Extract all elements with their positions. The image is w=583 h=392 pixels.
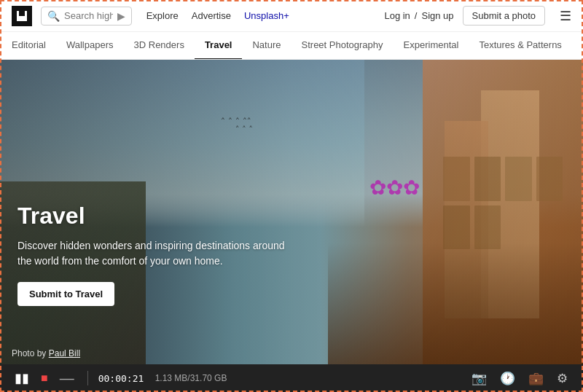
- cat-editorial[interactable]: Editorial: [12, 32, 56, 60]
- cat-3d-renders[interactable]: 3D Renders: [124, 32, 195, 60]
- target-icon: ▶: [117, 10, 125, 22]
- size-display: 1.13 MB/31.70 GB: [155, 373, 228, 383]
- bottom-toolbar: ▮▮ ■ — 00:00:21 1.13 MB/31.70 GB 📷 🕐 💼 ⚙: [0, 364, 583, 392]
- logo-mark: [17, 11, 27, 21]
- settings-icon[interactable]: ⚙: [553, 369, 571, 388]
- camera-icon[interactable]: 📷: [468, 369, 490, 388]
- cat-experimental[interactable]: Experimental: [394, 32, 469, 60]
- hero-description: Discover hidden wonders and inspiring de…: [17, 238, 294, 269]
- timer-display: 00:00:21: [98, 373, 149, 384]
- submit-photo-button[interactable]: Submit a photo: [463, 6, 545, 26]
- minus-button[interactable]: —: [57, 369, 77, 388]
- photo-credit-prefix: Photo by: [12, 348, 46, 358]
- clock-icon[interactable]: 🕐: [496, 369, 519, 388]
- pause-button[interactable]: ▮▮: [12, 369, 32, 388]
- hero-content: Travel Discover hidden wonders and inspi…: [17, 203, 294, 306]
- auth-links: Log in / Sign up: [384, 10, 453, 21]
- cat-animals[interactable]: Animals: [572, 32, 583, 60]
- cat-nature[interactable]: Nature: [242, 32, 291, 60]
- photo-credit: Photo by Paul Bill: [12, 348, 80, 358]
- search-bar[interactable]: 🔍 ▶: [41, 7, 132, 26]
- photo-credit-author[interactable]: Paul Bill: [49, 348, 80, 358]
- toolbar-divider: [87, 371, 88, 385]
- search-input[interactable]: [64, 10, 113, 21]
- nav-links: Explore Advertise Unsplash+: [146, 10, 289, 21]
- cat-textures[interactable]: Textures & Patterns: [469, 32, 571, 60]
- explore-link[interactable]: Explore: [146, 10, 179, 21]
- briefcase-icon[interactable]: 💼: [525, 369, 547, 388]
- cat-wallpapers[interactable]: Wallpapers: [56, 32, 124, 60]
- category-nav: Editorial Wallpapers 3D Renders Travel N…: [0, 32, 583, 60]
- submit-to-travel-button[interactable]: Submit to Travel: [17, 282, 114, 306]
- unsplash-plus-link[interactable]: Unsplash+: [244, 10, 289, 21]
- unsplash-logo[interactable]: [12, 6, 32, 26]
- stop-button[interactable]: ■: [38, 370, 51, 386]
- hamburger-icon[interactable]: ☰: [560, 8, 571, 24]
- signup-link[interactable]: Sign up: [421, 10, 453, 21]
- cat-street-photography[interactable]: Street Photography: [292, 32, 394, 60]
- search-icon: 🔍: [47, 10, 60, 22]
- advertise-link[interactable]: Advertise: [192, 10, 231, 21]
- login-link[interactable]: Log in: [384, 10, 410, 21]
- hero-section: ✿✿✿ ^ ^ ^ ^^ ^ ^ ^ Travel Discover hidde…: [0, 60, 583, 364]
- cat-travel[interactable]: Travel: [195, 32, 243, 60]
- auth-separator: /: [415, 10, 418, 21]
- header: 🔍 ▶ Explore Advertise Unsplash+ Log in /…: [0, 0, 583, 32]
- hero-title: Travel: [17, 203, 294, 230]
